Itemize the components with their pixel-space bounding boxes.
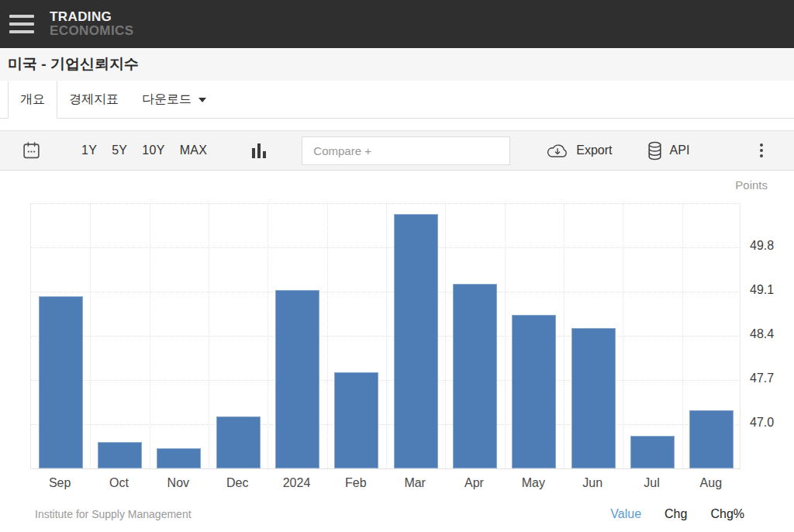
bar-Apr[interactable] [453,284,497,468]
y-tick-label: 47.0 [750,416,774,430]
logo-line1: TRADING [50,10,133,24]
x-axis-label: Mar [404,476,426,490]
y-tick-label: 47.7 [750,371,774,385]
api-label: API [670,143,690,157]
chart-card: Points 47.047.748.449.149.8 SepOctNovDec… [0,171,794,532]
x-axis-label: Nov [167,476,189,490]
more-options-icon[interactable] [757,140,766,161]
tab-indicators[interactable]: 경제지표 [57,81,130,118]
title-bar: 미국 - 기업신뢰지수 [0,48,794,81]
calendar-icon[interactable] [22,140,41,161]
logo-line2: ECONOMICS [50,24,133,38]
range-10y[interactable]: 10Y [142,143,164,157]
x-axis-label: Apr [464,476,484,490]
x-axis-label: Sep [49,476,71,490]
chg-toggle[interactable]: Chg [665,507,687,521]
bar-Feb[interactable] [334,372,378,468]
tab-overview[interactable]: 개요 [8,81,57,119]
bar-Jul[interactable] [630,436,675,468]
top-navbar: TRADING ECONOMICS [0,0,794,48]
page-title: 미국 - 기업신뢰지수 [8,54,139,74]
logo[interactable]: TRADING ECONOMICS [50,10,133,38]
chart-type-icon[interactable] [252,143,266,158]
y-axis-unit-label: Points [735,178,768,192]
tab-overview-label: 개요 [20,92,45,108]
x-axis-label: May [522,476,545,490]
export-label: Export [576,143,612,157]
tab-bar: 개요경제지표다운로드 [0,81,794,119]
chart-toolbar: 1Y5Y10YMAX Export API [0,130,794,171]
x-axis-label: Oct [109,476,129,490]
series-mode-links: ValueChgChg% [610,507,744,521]
spacer [0,119,794,130]
x-axis-label: Aug [700,476,722,490]
gridline-horizontal [31,336,740,337]
chart-source: Institute for Supply Management [35,508,192,520]
bar-Aug[interactable] [689,410,734,468]
range-selector: 1Y5Y10YMAX [81,143,207,157]
bar-May[interactable] [512,315,556,468]
chgpct-toggle[interactable]: Chg% [710,507,744,521]
x-axis-label: Dec [226,476,248,490]
export-button[interactable]: Export [546,143,612,159]
x-axis-label: Feb [345,476,367,490]
bar-Dec[interactable] [216,416,261,468]
y-tick-label: 48.4 [750,327,774,341]
bar-Mar[interactable] [394,214,438,468]
bar-Oct[interactable] [98,442,142,468]
menu-icon[interactable] [9,15,34,33]
caret-down-icon [198,98,206,102]
gridline-horizontal [31,292,740,292]
plot-area [30,203,740,469]
y-tick-label: 49.1 [750,283,774,297]
compare-input[interactable] [302,136,510,165]
bar-2024[interactable] [275,290,319,468]
api-button[interactable]: API [647,141,690,161]
value-toggle[interactable]: Value [610,507,641,521]
cloud-download-icon [546,143,569,159]
tab-indicators-label: 경제지표 [69,92,119,108]
tab-download-label: 다운로드 [142,92,192,108]
range-5y[interactable]: 5Y [112,143,127,157]
x-axis-label: Jun [582,476,602,490]
gridline-horizontal [31,424,740,425]
range-1y[interactable]: 1Y [81,143,97,157]
database-icon [647,141,663,161]
y-tick-label: 49.8 [750,239,774,253]
bar-Nov[interactable] [157,448,201,468]
range-max[interactable]: MAX [180,143,208,157]
chart-footer: Institute for Supply Management ValueChg… [0,496,794,532]
x-axis-label: 2024 [283,476,311,490]
bar-Sep[interactable] [39,296,83,468]
tab-download[interactable]: 다운로드 [130,81,218,118]
gridline-horizontal [31,380,740,381]
bar-Jun[interactable] [571,328,616,468]
gridline-horizontal [31,247,740,248]
x-axis-label: Jul [644,476,659,490]
